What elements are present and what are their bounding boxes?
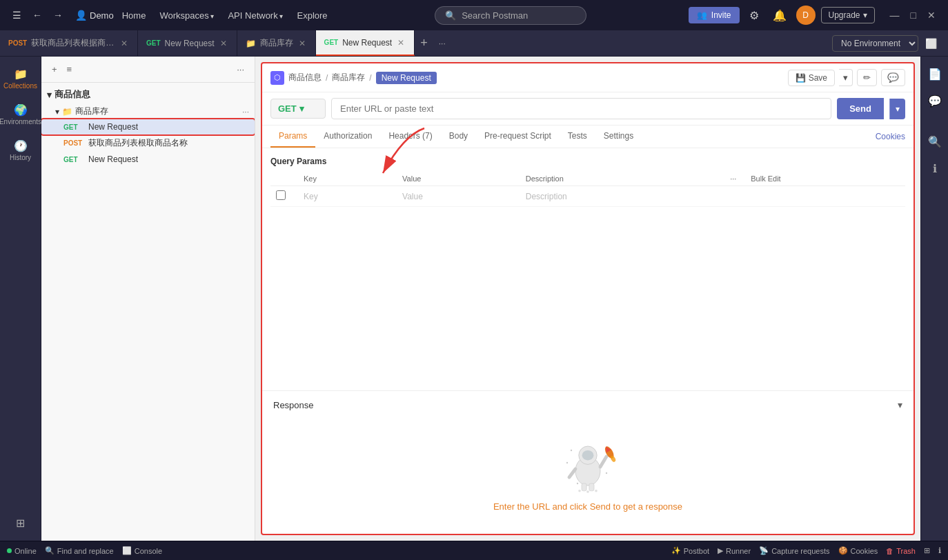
cookies-link[interactable]: Cookies <box>876 132 905 141</box>
send-dropdown-button[interactable]: ▾ <box>889 99 905 119</box>
trash-item[interactable]: 🗑 Trash <box>886 547 916 555</box>
url-input[interactable] <box>331 98 831 119</box>
edit-icon-button[interactable]: ✏ <box>857 69 877 86</box>
runner-item[interactable]: ▶ Runner <box>718 546 751 555</box>
col-bulk-edit[interactable]: Bulk Edit <box>745 172 905 186</box>
more-tabs-button[interactable]: ··· <box>433 39 451 48</box>
upgrade-chevron: ▾ <box>863 10 867 20</box>
collection-products[interactable]: ▾ 商品信息 <box>41 86 255 103</box>
params-table: Key Value Description ··· Bulk Edit Key … <box>270 172 905 207</box>
grid-layout-icon: ⊞ <box>924 546 930 555</box>
tab-folder-inventory[interactable]: 📁 商品库存 ✕ <box>237 30 316 56</box>
sidebar-history-label: History <box>10 154 31 161</box>
content-area: ⬡ 商品信息 / 商品库存 / New Request 💾 Save ▾ ✏ 💬 <box>255 57 920 541</box>
row-checkbox[interactable] <box>276 190 286 200</box>
cookies-item[interactable]: 🍪 Cookies <box>838 546 878 555</box>
right-sidebar-comments-icon[interactable]: 💬 <box>922 89 947 113</box>
menu-icon[interactable]: ☰ <box>8 7 26 23</box>
request-get-new-request-2[interactable]: GET New Request <box>41 152 255 167</box>
sidebar-item-history[interactable]: 🕐 History <box>3 134 39 167</box>
forward-button[interactable]: → <box>49 7 67 23</box>
save-label: Save <box>809 73 827 83</box>
minimize-button[interactable]: — <box>886 8 904 22</box>
description-cell[interactable]: Description <box>520 186 725 207</box>
breadcrumb-left: ⬡ 商品信息 / 商品库存 / New Request <box>270 71 437 85</box>
upgrade-button[interactable]: Upgrade ▾ <box>821 7 875 23</box>
search-icon: 🔍 <box>445 10 456 21</box>
maximize-button[interactable]: □ <box>907 8 920 22</box>
add-tab-button[interactable]: + <box>415 36 433 50</box>
right-sidebar-code-icon[interactable] <box>929 116 940 127</box>
collection-name: ▾ 商品信息 <box>47 88 249 101</box>
env-settings-icon[interactable]: ⬜ <box>921 35 941 52</box>
sidebar-item-collections[interactable]: 📁 Collections <box>3 62 39 95</box>
back-button[interactable]: ← <box>28 7 46 23</box>
method-select[interactable]: GET ▾ <box>270 99 326 119</box>
tab-get-new-request-active[interactable]: GET New Request ✕ <box>316 30 415 56</box>
folder-more-button[interactable]: ··· <box>242 107 249 117</box>
filter-collections-button[interactable]: ≡ <box>63 62 76 77</box>
save-dropdown-button[interactable]: ▾ <box>839 69 853 86</box>
tab-headers[interactable]: Headers (7) <box>380 126 440 148</box>
more-collections-button[interactable]: ··· <box>233 62 248 77</box>
tab-method-post: POST <box>8 39 27 47</box>
capture-item[interactable]: 📡 Capture requests <box>759 546 829 555</box>
add-collection-button[interactable]: + <box>48 62 61 77</box>
tab-close-icon[interactable]: ✕ <box>297 39 307 48</box>
request-name: New Request <box>88 122 249 132</box>
tab-close-icon[interactable]: ✕ <box>396 38 406 48</box>
notification-icon[interactable]: 🔔 <box>769 6 791 25</box>
invite-button[interactable]: 👥 Invite <box>689 7 740 23</box>
sidebar-actions: + ≡ <box>48 62 75 77</box>
send-button[interactable]: Send <box>837 98 884 119</box>
svg-point-17 <box>595 490 598 492</box>
upgrade-label: Upgrade <box>829 10 860 20</box>
save-button[interactable]: 💾 Save <box>788 70 835 86</box>
search-bar[interactable]: 🔍 Search Postman <box>435 6 586 25</box>
grid-layout-item[interactable]: ⊞ <box>924 546 930 555</box>
tab-body[interactable]: Body <box>441 126 476 148</box>
folder-title: 商品库存 <box>75 106 108 117</box>
tab-get-new-request-2[interactable]: GET New Request ✕ <box>138 30 237 56</box>
tab-post-products[interactable]: POST 获取商品列表根据商品: ✕ <box>0 30 138 56</box>
folder-inventory[interactable]: ▾ 📁 商品库存 ··· <box>41 103 255 119</box>
nav-api-network[interactable]: API Network <box>222 8 288 23</box>
postbot-label: Postbot <box>684 547 709 555</box>
avatar[interactable]: D <box>796 6 816 25</box>
key-cell[interactable]: Key <box>298 186 397 207</box>
close-button[interactable]: ✕ <box>923 8 940 22</box>
right-sidebar-info-icon[interactable]: ℹ <box>927 157 942 181</box>
nav-home[interactable]: Home <box>117 8 152 23</box>
response-empty-text: Enter the URL and click Send to get a re… <box>493 501 682 512</box>
online-status[interactable]: Online <box>7 547 37 555</box>
sidebar-item-environments[interactable]: 🌍 Environments <box>3 98 39 131</box>
bottombar-right: ✨ Postbot ▶ Runner 📡 Capture requests 🍪 … <box>671 546 941 555</box>
response-collapse-button[interactable]: ▾ <box>898 399 902 410</box>
tab-authorization[interactable]: Authorization <box>315 126 380 148</box>
comment-icon-button[interactable]: 💬 <box>881 69 905 86</box>
right-sidebar-docs-icon[interactable]: 📄 <box>922 62 947 86</box>
tab-params[interactable]: Params <box>270 126 315 148</box>
trash-icon: 🗑 <box>886 547 893 555</box>
request-post-products[interactable]: POST 获取商品列表根取商品名称 <box>41 134 255 152</box>
method-value: GET <box>278 103 297 114</box>
sidebar-item-more[interactable]: ⊞ <box>3 511 39 535</box>
info-item[interactable]: ℹ <box>938 546 941 555</box>
tab-settings[interactable]: Settings <box>595 126 642 148</box>
tab-pre-request[interactable]: Pre-request Script <box>476 126 560 148</box>
tab-close-icon[interactable]: ✕ <box>119 39 129 48</box>
find-replace-item[interactable]: 🔍 Find and replace <box>45 546 114 555</box>
breadcrumb-icon: ⬡ <box>270 71 284 85</box>
right-sidebar-search-icon[interactable]: 🔍 <box>922 130 947 154</box>
settings-icon[interactable]: ⚙ <box>745 6 763 25</box>
nav-workspaces[interactable]: Workspaces <box>154 8 219 23</box>
postbot-item[interactable]: ✨ Postbot <box>671 546 709 555</box>
tab-tests[interactable]: Tests <box>560 126 595 148</box>
response-empty-state: Enter the URL and click Send to get a re… <box>273 410 902 526</box>
nav-explore[interactable]: Explore <box>291 8 333 23</box>
request-get-new-request-active[interactable]: GET New Request <box>41 119 255 134</box>
value-cell[interactable]: Value <box>397 186 520 207</box>
tab-close-icon[interactable]: ✕ <box>219 39 228 48</box>
environment-select[interactable]: No Environment Development Production <box>832 35 918 52</box>
console-item[interactable]: ⬜ Console <box>122 546 162 555</box>
